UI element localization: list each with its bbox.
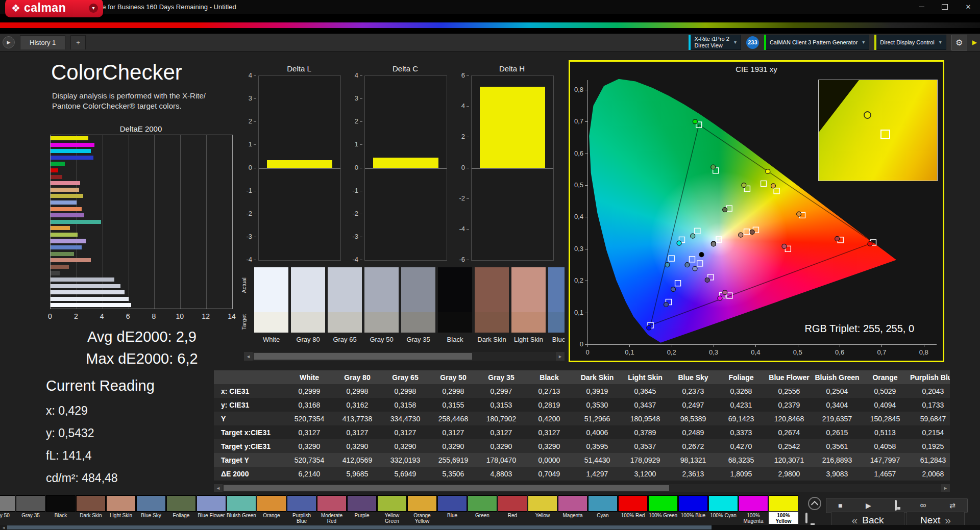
palette-swatch[interactable]: Yellow Green xyxy=(377,495,407,525)
settings-button[interactable]: ⚙ xyxy=(951,35,967,51)
inset-measured-point xyxy=(864,111,871,119)
swatch-column[interactable]: Gray 65 xyxy=(328,267,362,350)
window-controls: ✕ xyxy=(910,0,980,14)
scrollbar-track[interactable] xyxy=(223,484,941,492)
axis-tick-label: -2 xyxy=(454,194,465,202)
minimize-button[interactable] xyxy=(910,0,933,14)
swatch-column[interactable]: Gray 80 xyxy=(291,267,325,350)
tab-history-1[interactable]: History 1 xyxy=(20,35,65,49)
stop-button[interactable]: ■ xyxy=(838,501,842,510)
swatch-column[interactable]: White xyxy=(254,267,288,350)
scroll-right-icon[interactable]: ► xyxy=(941,484,950,492)
palette-swatch[interactable]: 100% Blue xyxy=(678,495,708,525)
scrollbar-thumb[interactable] xyxy=(224,485,669,491)
palette-swatch[interactable]: Blue Flower xyxy=(197,495,226,525)
swatch-color xyxy=(618,495,648,512)
swatch-column[interactable]: Light Skin xyxy=(511,267,546,350)
palette-swatch[interactable]: 100% Red xyxy=(618,495,648,525)
scroll-left-icon[interactable]: ◄ xyxy=(0,525,7,530)
palette-swatch[interactable]: Dark Skin xyxy=(76,495,106,525)
palette-swatch[interactable]: Purple xyxy=(347,495,377,525)
swatch-label: Yellow Green xyxy=(377,512,407,524)
collapse-panel-button[interactable] xyxy=(808,497,821,510)
palette-swatch[interactable]: Green xyxy=(468,495,497,525)
axis-tick-label: 0,2 xyxy=(570,276,583,284)
chart-plot-area xyxy=(258,75,341,261)
display-preview-button[interactable] xyxy=(805,514,807,523)
maximize-button[interactable] xyxy=(933,0,957,14)
workflow-play-button[interactable]: ▶ xyxy=(3,36,15,48)
logo-dropdown-icon[interactable]: ▾ xyxy=(89,4,98,13)
table-cell: 120,8468 xyxy=(765,415,813,423)
scrollbar-thumb[interactable] xyxy=(7,525,712,529)
meter-dropdown[interactable]: X-Rite i1Pro 2Direct View ▾ xyxy=(689,35,741,50)
palette-swatch[interactable]: Light Skin xyxy=(106,495,136,525)
next-chevron-icon: » xyxy=(945,514,951,526)
palette-swatch[interactable]: Foliage xyxy=(166,495,196,525)
palette-swatch[interactable]: Yellow xyxy=(528,495,557,525)
table-cell: 178,0470 xyxy=(477,456,525,464)
palette-swatch[interactable]: Black xyxy=(46,495,76,525)
palette-swatch[interactable]: Orange xyxy=(257,495,286,525)
palette-swatch[interactable]: Moderate Red xyxy=(317,495,347,525)
scrollbar-thumb[interactable] xyxy=(254,353,472,360)
palette-swatch[interactable]: Orange Yellow xyxy=(407,495,437,525)
palette-swatch[interactable]: Purplish Blue xyxy=(287,495,316,525)
palette-swatch[interactable]: Gray 50 xyxy=(0,495,15,525)
target-point xyxy=(716,237,722,242)
meter-count-badge[interactable]: 233 xyxy=(746,36,759,49)
swatch-color xyxy=(287,495,316,512)
axis-tick-label: 0,2 xyxy=(664,348,679,356)
palette-swatch[interactable]: Blue Sky xyxy=(136,495,166,525)
palette-swatch[interactable]: 100% Green xyxy=(648,495,678,525)
palette-swatch[interactable]: 100% Cyan xyxy=(708,495,738,525)
palette-swatch[interactable]: 100% Yellow xyxy=(769,495,798,525)
swatch-column[interactable]: Black xyxy=(438,267,472,350)
scrollbar-track[interactable] xyxy=(253,352,556,361)
row-label: x: CIE31 xyxy=(214,387,285,395)
play-button[interactable]: ▶ xyxy=(866,501,871,510)
calman-logo-button[interactable]: ❖ calman ▾ xyxy=(5,0,103,17)
scroll-right-icon[interactable]: ► xyxy=(556,352,565,361)
swatch-color xyxy=(166,495,196,512)
palette-swatch[interactable]: Bluish Green xyxy=(227,495,256,525)
scrollbar-track[interactable] xyxy=(7,525,980,530)
save-button[interactable] xyxy=(895,501,897,510)
table-cell: 0,2672 xyxy=(669,442,717,450)
table-cell: 0,4270 xyxy=(717,442,765,450)
tick-mark xyxy=(360,214,362,214)
palette-swatch[interactable]: 100% Magenta xyxy=(739,495,768,525)
continuous-measure-button[interactable]: ∞ xyxy=(920,500,926,511)
swatch-column[interactable]: Blue Sky xyxy=(548,267,565,350)
table-cell: 180,9548 xyxy=(621,415,669,423)
palette-swatch[interactable]: Red xyxy=(498,495,527,525)
display-accent xyxy=(874,35,876,50)
pattern-generator-dropdown[interactable]: CalMAN Client 3 Pattern Generator ▾ xyxy=(764,35,869,50)
palette-swatch[interactable]: Magenta xyxy=(558,495,587,525)
swatch-column[interactable]: Dark Skin xyxy=(475,267,509,350)
close-button[interactable]: ✕ xyxy=(957,0,980,14)
table-scrollbar[interactable]: ◄ ► xyxy=(214,484,950,492)
add-tab-button[interactable]: + xyxy=(70,35,86,49)
measured-point xyxy=(771,184,776,188)
swatch-scrollbar[interactable]: ◄ ► xyxy=(244,352,565,361)
reading-fl: fL: 141,4 xyxy=(46,449,118,471)
table-cell: 0,3530 xyxy=(573,401,621,409)
palette-swatch[interactable]: Gray 35 xyxy=(16,495,45,525)
scroll-left-icon[interactable]: ◄ xyxy=(244,352,253,361)
expand-panel-icon[interactable]: ▶ xyxy=(972,39,977,46)
window-scrollbar[interactable]: ◄ xyxy=(0,525,980,530)
swatch-label: Red xyxy=(498,512,527,524)
swap-button[interactable]: ⇄ xyxy=(949,501,955,510)
swatch-column[interactable]: Gray 50 xyxy=(364,267,399,350)
display-control-dropdown[interactable]: Direct Display Control ▾ xyxy=(874,35,946,50)
app-window: ❖ Calman 2023 Calman Ultimate for Busine… xyxy=(0,0,980,530)
axis-tick-label: -1 xyxy=(241,187,252,194)
palette-swatch[interactable]: Cyan xyxy=(588,495,618,525)
table-cell: 61,2843 xyxy=(909,456,950,464)
swatch-color xyxy=(558,495,587,512)
swatch-column[interactable]: Gray 35 xyxy=(401,267,435,350)
scroll-left-icon[interactable]: ◄ xyxy=(214,484,223,492)
table-cell: 2,9800 xyxy=(765,470,813,478)
palette-swatch[interactable]: Blue xyxy=(437,495,467,525)
